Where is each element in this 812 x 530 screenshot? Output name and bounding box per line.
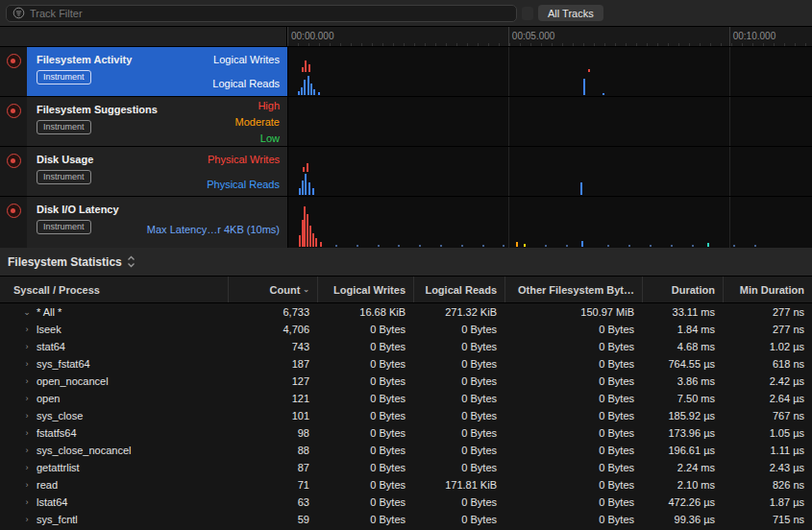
disclosure-chevron[interactable]: › (21, 446, 33, 455)
track-disk-usage[interactable]: Disk Usage Instrument Physical Writes Ph… (0, 147, 812, 197)
table-row[interactable]: ⌄ * All * 6,733 16.68 KiB 271.32 KiB 150… (0, 303, 812, 321)
disclosure-chevron[interactable]: › (21, 394, 33, 403)
header-count[interactable]: Count ⌄ (228, 277, 317, 302)
header-other-filesystem[interactable]: Other Filesystem Byt… (504, 277, 642, 302)
logical-writes-cell: 0 Bytes (317, 445, 413, 456)
table-row[interactable]: › sys_fcntl 59 0 Bytes 0 Bytes 0 Bytes 9… (0, 511, 812, 528)
disclosure-chevron[interactable]: › (21, 359, 33, 369)
track-info[interactable]: Disk I/O Latency Instrument Max Latency…… (27, 197, 287, 248)
other-filesystem-cell: 0 Bytes (504, 410, 642, 422)
count-cell: 187 (228, 358, 317, 370)
track-title: Filesystem Suggestions (37, 104, 158, 115)
min-duration-cell: 618 ns (723, 358, 812, 370)
syscall-name: read (37, 479, 58, 491)
logical-reads-cell: 171.81 KiB (413, 479, 504, 491)
count-cell: 87 (228, 462, 317, 473)
duration-cell: 185.92 µs (642, 410, 723, 422)
track-info[interactable]: Filesystem Suggestions Instrument High M… (27, 97, 287, 146)
table-row[interactable]: › sys_close_nocancel 88 0 Bytes 0 Bytes … (0, 442, 812, 459)
disclosure-chevron[interactable]: › (21, 515, 33, 524)
table-row[interactable]: › open 121 0 Bytes 0 Bytes 0 Bytes 7.50 … (0, 390, 812, 407)
duration-cell: 472.26 µs (642, 496, 723, 508)
header-min-duration[interactable]: Min Duration (723, 277, 812, 302)
disk-io-latency-icon (7, 204, 21, 218)
track-filesystem-suggestions[interactable]: Filesystem Suggestions Instrument High M… (0, 97, 812, 147)
disclosure-chevron[interactable]: › (21, 376, 33, 386)
track-graph[interactable] (287, 97, 812, 146)
track-graph[interactable] (287, 147, 812, 196)
track-info[interactable]: Filesystem Activity Instrument Logical W… (27, 47, 287, 96)
table-row[interactable]: › lseek 4,706 0 Bytes 0 Bytes 0 Bytes 1.… (0, 321, 812, 338)
table-row[interactable]: › getattrlist 87 0 Bytes 0 Bytes 0 Bytes… (0, 459, 812, 476)
disclosure-chevron[interactable]: › (21, 463, 33, 472)
table-row[interactable]: › fstatfs64 98 0 Bytes 0 Bytes 0 Bytes 1… (0, 424, 812, 442)
min-duration-cell: 1.11 µs (723, 445, 812, 456)
table-row[interactable]: › sys_fstat64 187 0 Bytes 0 Bytes 0 Byte… (0, 355, 812, 373)
filesystem-activity-icon (7, 54, 21, 68)
sort-indicator-icon: ⌄ (303, 285, 309, 294)
track-disk-io-latency[interactable]: Disk I/O Latency Instrument Max Latency…… (0, 197, 812, 248)
count-cell: 88 (228, 445, 317, 456)
logical-writes-cell: 16.68 KiB (317, 306, 413, 318)
min-duration-cell: 1.02 µs (723, 341, 812, 352)
all-tracks-button[interactable]: All Tracks (538, 5, 603, 21)
filter-options-button[interactable] (522, 7, 533, 20)
logical-reads-cell: 0 Bytes (413, 358, 504, 370)
table-row[interactable]: › open_nocancel 127 0 Bytes 0 Bytes 0 By… (0, 373, 812, 390)
track-graph[interactable] (287, 47, 812, 96)
table-row[interactable]: › lstat64 63 0 Bytes 0 Bytes 0 Bytes 472… (0, 494, 812, 511)
logical-reads-cell: 271.32 KiB (413, 306, 504, 318)
track-info[interactable]: Disk Usage Instrument Physical Writes Ph… (27, 147, 287, 196)
stats-selector-chevrons[interactable] (127, 255, 135, 268)
timeline-ruler[interactable]: 00:00.000 00:05.000 00:10.000 (0, 27, 812, 47)
logical-writes-cell: 0 Bytes (317, 375, 413, 387)
table-row[interactable]: › sys_close 101 0 Bytes 0 Bytes 0 Bytes … (0, 407, 812, 424)
disclosure-chevron[interactable]: › (21, 342, 33, 351)
header-logical-reads[interactable]: Logical Reads (413, 277, 504, 302)
stats-table-body: ⌄ * All * 6,733 16.68 KiB 271.32 KiB 150… (0, 303, 812, 528)
logical-reads-cell: 0 Bytes (413, 496, 504, 508)
track-label: Max Latency…r 4KB (10ms) (147, 224, 280, 235)
logical-writes-cell: 0 Bytes (317, 514, 413, 525)
syscall-name: sys_fstat64 (37, 358, 90, 370)
logical-writes-cell: 0 Bytes (317, 393, 413, 404)
count-cell: 59 (228, 514, 317, 525)
disclosure-chevron[interactable]: › (21, 325, 33, 334)
min-duration-cell: 715 ns (723, 514, 812, 525)
logical-reads-cell: 0 Bytes (413, 410, 504, 422)
table-row[interactable]: › stat64 743 0 Bytes 0 Bytes 0 Bytes 4.6… (0, 338, 812, 355)
disclosure-chevron[interactable]: › (21, 480, 33, 490)
syscall-name: open (37, 393, 60, 404)
track-filter-input[interactable] (30, 8, 510, 19)
min-duration-cell: 767 ns (723, 410, 812, 422)
track-filter-field[interactable] (6, 5, 517, 22)
table-row[interactable]: › read 71 0 Bytes 171.81 KiB 0 Bytes 2.1… (0, 476, 812, 494)
stats-title: Filesystem Statistics (8, 255, 122, 269)
ruler-timeline[interactable]: 00:00.000 00:05.000 00:10.000 (287, 27, 812, 46)
other-filesystem-cell: 0 Bytes (504, 427, 642, 439)
logical-reads-cell: 0 Bytes (413, 375, 504, 387)
duration-cell: 7.50 ms (642, 393, 723, 404)
track-title: Disk I/O Latency (37, 204, 119, 215)
count-cell: 63 (228, 496, 317, 508)
header-syscall-process[interactable]: Syscall / Process (0, 277, 228, 302)
min-duration-cell: 2.42 µs (723, 375, 812, 387)
disclosure-chevron[interactable]: › (21, 411, 33, 421)
disclosure-chevron[interactable]: ⌄ (21, 307, 33, 317)
duration-cell: 2.10 ms (642, 479, 723, 491)
syscall-name: getattrlist (37, 462, 80, 473)
min-duration-cell: 826 ns (723, 479, 812, 491)
tick-label: 00:05.000 (512, 31, 555, 41)
other-filesystem-cell: 0 Bytes (504, 393, 642, 404)
header-duration[interactable]: Duration (642, 277, 723, 302)
track-filesystem-activity[interactable]: Filesystem Activity Instrument Logical W… (0, 47, 812, 97)
logical-reads-cell: 0 Bytes (413, 427, 504, 439)
syscall-name: lseek (37, 324, 62, 335)
disclosure-chevron[interactable]: › (21, 497, 33, 507)
track-graph[interactable] (287, 197, 812, 248)
count-cell: 743 (228, 341, 317, 352)
disclosure-chevron[interactable]: › (21, 428, 33, 438)
header-logical-writes[interactable]: Logical Writes (317, 277, 413, 302)
tick-label: 00:10.000 (733, 31, 776, 41)
min-duration-cell: 1.87 µs (723, 496, 812, 508)
